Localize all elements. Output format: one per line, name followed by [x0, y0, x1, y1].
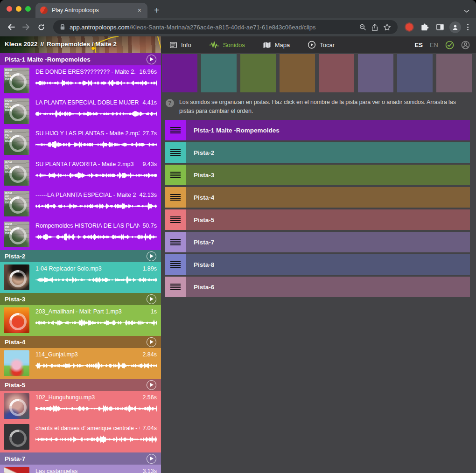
track-row[interactable]: Pista-8 [165, 254, 470, 275]
track-row[interactable]: Pista-6 [165, 277, 470, 297]
track-header-name[interactable]: Pista-4 [5, 339, 147, 346]
extensions-puzzle-icon[interactable] [419, 21, 431, 33]
track-row-name[interactable]: Pista-1 Maite -Rompemoldes [186, 120, 470, 140]
track-header[interactable]: Pista-7 [0, 452, 161, 465]
header-right-controls: ES EN [415, 41, 476, 49]
drag-handle[interactable] [165, 120, 186, 140]
browser-menu-icon[interactable] [464, 24, 471, 30]
track-play-button[interactable] [147, 251, 156, 261]
drag-handle[interactable] [165, 209, 186, 230]
track-header-name[interactable]: Pista-2 [5, 253, 147, 260]
account-icon[interactable] [461, 41, 470, 49]
track-header-name[interactable]: Pista-3 [5, 296, 147, 303]
zoom-page-icon[interactable] [357, 21, 369, 33]
clip-waveform [35, 140, 157, 149]
zoom-window-button[interactable] [25, 6, 31, 12]
clip-waveform [35, 318, 157, 327]
track-header[interactable]: Pista-2 [0, 250, 161, 262]
track-row[interactable]: Pista-3 [165, 165, 470, 185]
tab-close-icon[interactable]: × [136, 7, 143, 14]
clip-item[interactable]: ROMPEMOLDESRompemoldes HISTORIA DE LAS P… [0, 219, 161, 250]
clip-duration: 9.43s [142, 161, 157, 167]
track-row[interactable]: Pista-4 [165, 187, 470, 208]
track-header[interactable]: Pista-5 [0, 379, 161, 391]
track-play-button[interactable] [147, 380, 156, 390]
nav-tab-mapa[interactable]: Mapa [263, 41, 290, 49]
drag-handle[interactable] [165, 277, 186, 297]
clip-item[interactable]: ROMPEMOLDESDE DONDE ERES???????? - Maite… [0, 65, 161, 96]
clip-item[interactable]: 102_Hunguhungu.mp32.56s [0, 391, 161, 422]
clip-item[interactable]: 203_Amalihani - Mali: Part 1.mp31s [0, 305, 161, 336]
drag-handle[interactable] [165, 187, 186, 208]
clip-duration: 2.84s [142, 351, 157, 358]
track-row-name[interactable]: Pista-2 [186, 142, 470, 163]
track-header[interactable]: Pista-3 [0, 293, 161, 305]
nav-tab-tocar[interactable]: Tocar [308, 41, 335, 49]
track-row-name[interactable]: Pista-8 [186, 254, 470, 275]
drag-handle[interactable] [165, 165, 186, 185]
clip-name: 203_Amalihani - Mali: Part 1.mp3 [35, 308, 148, 315]
profile-avatar[interactable] [449, 21, 461, 33]
track-header[interactable]: Pista-1 Maite -Rompemoldes [0, 53, 161, 65]
track-row[interactable]: Pista-7 [165, 232, 470, 252]
clip-item[interactable]: ROMPEMOLDESLA PLANTA ESPECIAL DOBLE MUJE… [0, 96, 161, 127]
tab-search-chevron-icon[interactable] [464, 9, 469, 13]
track-row[interactable]: Pista-5 [165, 209, 470, 230]
clip-item[interactable]: chants et danses d' amerique centrale - … [0, 422, 161, 452]
lock-icon[interactable] [60, 24, 65, 30]
clip-thumbnail [4, 264, 29, 290]
track-play-button[interactable] [147, 454, 156, 464]
drag-handle-icon [170, 127, 181, 133]
recording-indicator-icon[interactable] [403, 21, 415, 33]
minimize-window-button[interactable] [16, 6, 21, 12]
share-icon[interactable] [369, 21, 381, 33]
drag-handle[interactable] [165, 232, 186, 252]
drag-handle[interactable] [165, 142, 186, 163]
track-row-name[interactable]: Pista-5 [186, 209, 470, 230]
clip-item[interactable]: ROMPEMOLDESSU HIJO Y LAS PLANTAS - Maite… [0, 127, 161, 158]
track-row[interactable]: Pista-1 Maite -Rompemoldes [165, 120, 470, 140]
back-button[interactable] [5, 21, 18, 34]
drag-handle-icon [170, 172, 181, 178]
track-play-button[interactable] [147, 337, 156, 347]
app-content: Pista-1 Maite -RompemoldesROMPEMOLDESDE … [0, 53, 476, 473]
track-header-name[interactable]: Pista-7 [5, 455, 147, 462]
saved-check-icon[interactable] [445, 41, 454, 49]
reload-button[interactable] [35, 21, 48, 34]
close-window-button[interactable] [7, 6, 12, 12]
help-question-icon[interactable]: ? [166, 99, 174, 107]
drag-handle[interactable] [165, 254, 186, 275]
project-breadcrumb[interactable]: Kleos 2022//Rompemoldes / Maite 2 [0, 36, 161, 53]
nav-tab-info[interactable]: Info [169, 41, 191, 49]
track-play-button[interactable] [147, 55, 156, 64]
browser-tab[interactable]: Play Antropoloops × [35, 3, 147, 18]
clip-duration: 1.89s [142, 265, 157, 272]
clip-name: 102_Hunguhungu.mp3 [35, 394, 140, 401]
nav-tab-sonidos[interactable]: Sonidos [209, 41, 245, 49]
track-row-name[interactable]: Pista-3 [186, 165, 470, 185]
browser-window: Play Antropoloops × + app.antropoloops.c… [0, 0, 476, 473]
clip-waveform [35, 275, 157, 285]
track-row-name[interactable]: Pista-4 [186, 187, 470, 208]
clip-item[interactable]: 114_Gunjai.mp32.84s [0, 348, 161, 379]
clip-duration: 2.56s [142, 394, 157, 401]
clip-item[interactable]: Las castañuelas3.13s [0, 465, 161, 473]
language-es-button[interactable]: ES [415, 42, 423, 49]
side-panel-icon[interactable] [434, 21, 446, 33]
track-row-name[interactable]: Pista-7 [186, 232, 470, 252]
track-play-button[interactable] [147, 294, 156, 304]
address-bar[interactable]: app.antropoloops.com/Kleos-Santa-Marina/… [53, 20, 398, 34]
track-header-name[interactable]: Pista-1 Maite -Rompemoldes [5, 56, 147, 63]
language-en-button[interactable]: EN [430, 42, 438, 49]
track-row-name[interactable]: Pista-6 [186, 277, 470, 297]
bookmark-star-icon[interactable] [381, 21, 393, 33]
clip-item[interactable]: ROMPEMOLDESSU PLANTA FAVORITA - Maite 2.… [0, 158, 161, 188]
forward-button[interactable] [20, 21, 33, 34]
clip-info: SU PLANTA FAVORITA - Maite 2.mp39.43s [35, 160, 157, 188]
track-header-name[interactable]: Pista-5 [5, 382, 147, 389]
track-header[interactable]: Pista-4 [0, 336, 161, 348]
track-row[interactable]: Pista-2 [165, 142, 470, 163]
new-tab-button[interactable]: + [154, 6, 160, 15]
clip-item[interactable]: ROMPEMOLDES------LA PLANNTA ESPECIAL - M… [0, 188, 161, 219]
clip-item[interactable]: 1-04 Repicador Solo.mp31.89s [0, 262, 161, 293]
